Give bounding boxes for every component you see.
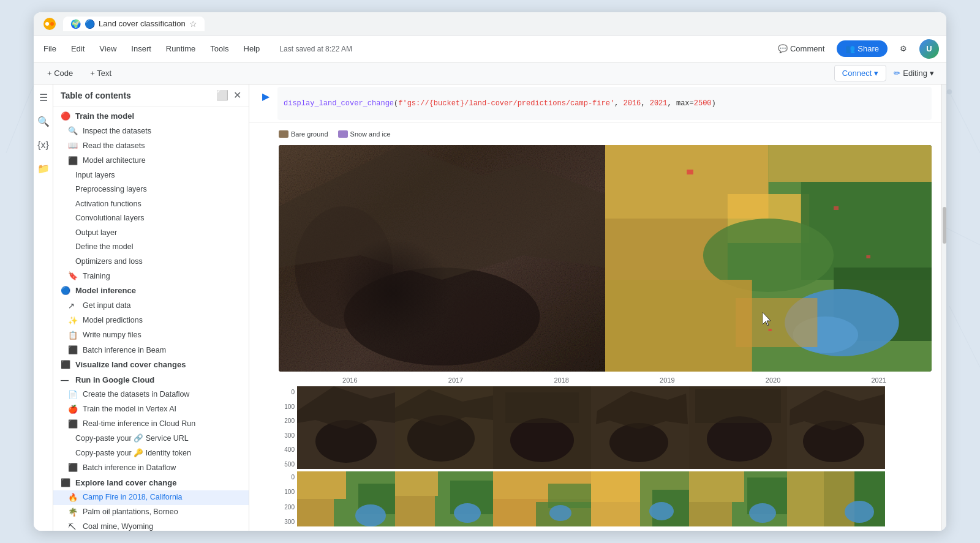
scrollbar-track[interactable] (941, 84, 946, 531)
share-icon: 👥 (845, 44, 855, 53)
toc-item-realtime[interactable]: ⬛ Real-time inference in Cloud Run (53, 417, 249, 432)
toc-item-input-layers[interactable]: Input layers (53, 168, 249, 183)
menu-runtime[interactable]: Runtime (164, 42, 198, 56)
last-saved-label: Last saved at 8:22 AM (277, 42, 355, 56)
editing-label: Editing (903, 69, 927, 78)
toc-item-explore[interactable]: ⬛ Explore land cover change (53, 476, 249, 490)
row-num2-300: 300 (279, 519, 297, 525)
search-icon[interactable]: 🔍 (35, 113, 52, 130)
thumb-color-2016 (297, 471, 395, 526)
toc-emoji-inference: 🔵 (61, 285, 72, 296)
svg-point-20 (295, 206, 393, 329)
toc-emoji-vertex: 🍎 (68, 404, 79, 415)
year-label-2016: 2016 (297, 376, 403, 384)
toc-item-identity-token[interactable]: Copy-paste your 🔑 Identity token (53, 446, 249, 461)
toc-item-numpy[interactable]: 📋 Write numpy files (53, 328, 249, 343)
satellite-right-classified (605, 145, 932, 372)
thumb-dark-2018 (493, 386, 591, 469)
toc-emoji-batch-beam: ⬛ (68, 345, 79, 356)
files-icon[interactable]: 📁 (35, 160, 52, 177)
svg-line-7 (949, 306, 980, 367)
toc-item-model-predictions[interactable]: ✨ Model predictions (53, 313, 249, 328)
toc-label-read: Read the datasets (83, 141, 145, 152)
toc-item-inspect[interactable]: 🔍 Inspect the datasets (53, 124, 249, 138)
toc-item-service-url[interactable]: Copy-paste your 🔗 Service URL (53, 432, 249, 446)
row-numbers-2: 0 100 200 300 (279, 471, 297, 528)
row-num-0: 0 (279, 389, 297, 395)
menu-view[interactable]: View (97, 42, 119, 56)
toc-item-camp-fire[interactable]: 🔥 Camp Fire in 2018, California (53, 490, 249, 505)
toc-emoji-explore: ⬛ (61, 477, 72, 489)
menu-tools[interactable]: Tools (208, 42, 231, 56)
tab-earth-icon: 🌍 (70, 19, 81, 29)
toc-item-palm-oil[interactable]: 🌴 Palm oil plantations, Borneo (53, 505, 249, 520)
toc-item-model-inference[interactable]: 🔵 Model inference (53, 283, 249, 298)
variables-icon[interactable]: {x} (35, 137, 51, 153)
row-num-100: 100 (279, 403, 297, 410)
toc-item-vertex[interactable]: 🍎 Train the model in Vertex AI (53, 402, 249, 417)
toc-emoji-train: 🔴 (61, 111, 72, 122)
svg-line-2 (949, 92, 980, 153)
toc-item-activation[interactable]: Activation functions (53, 197, 249, 212)
toc-item-train-model[interactable]: 🔴 Train the model (53, 109, 249, 124)
toc-label-train-model: Train the model (75, 111, 134, 122)
browser-tab[interactable]: 🌍 🔵 Land cover classification ☆ (63, 17, 205, 31)
comment-button[interactable]: 💬 Comment (773, 42, 829, 56)
toc-item-conv[interactable]: Convolutional layers (53, 211, 249, 226)
gear-icon: ⚙ (900, 44, 907, 53)
toc-item-model-arch[interactable]: ⬛ Model architecture (53, 154, 249, 168)
browser-bar: 🌍 🔵 Land cover classification ☆ (34, 12, 946, 36)
svg-rect-33 (736, 298, 817, 347)
toc-label-dataflow: Create the datasets in Dataflow (83, 389, 189, 400)
toc-label-identity-token: Copy-paste your 🔑 Identity token (75, 448, 191, 459)
scrollbar-thumb[interactable] (943, 207, 946, 244)
svg-point-65 (454, 503, 481, 523)
toc-item-dataflow[interactable]: 📄 Create the datasets in Dataflow (53, 388, 249, 402)
share-button[interactable]: 👥 Share (837, 40, 888, 57)
toc-emoji-read: 📖 (68, 140, 79, 151)
toc-item-batch-beam[interactable]: ⬛ Batch inference in Beam (53, 343, 249, 358)
thumb-grid-dark (297, 386, 885, 469)
add-text-button[interactable]: + Text (84, 66, 118, 80)
toc-item-preprocessing[interactable]: Preprocessing layers (53, 182, 249, 197)
toc-item-output-layer[interactable]: Output layer (53, 226, 249, 241)
thumb-dark-2016 (297, 386, 395, 469)
toc-item-define-model[interactable]: Define the model (53, 240, 249, 255)
sidebar-close-icon[interactable]: ✕ (233, 89, 241, 101)
legend: Bare ground Snow and ice (279, 128, 932, 143)
svg-point-51 (707, 416, 772, 462)
toc-item-get-input[interactable]: ↗ Get input data (53, 299, 249, 313)
row-numbers-1: 0 100 200 300 400 500 (279, 386, 297, 470)
settings-button[interactable]: ⚙ (895, 42, 912, 56)
svg-rect-57 (297, 471, 346, 499)
add-code-button[interactable]: + Code (41, 66, 79, 80)
menu-file[interactable]: File (41, 42, 59, 56)
row-num-400: 400 (279, 446, 297, 453)
toc-item-training[interactable]: 🔖 Training (53, 269, 249, 283)
toc-item-optimizers[interactable]: Optimizers and loss (53, 255, 249, 269)
editing-button[interactable]: ✏ Editing ▾ (894, 69, 934, 78)
cell-run-button[interactable]: ▶ (259, 89, 273, 103)
star-icon[interactable]: ☆ (189, 19, 197, 29)
menu-insert[interactable]: Insert (129, 42, 154, 56)
toc-item-batch-dataflow[interactable]: ⬛ Batch inference in Dataflow (53, 460, 249, 475)
menu-edit[interactable]: Edit (69, 42, 87, 56)
toc-item-coal[interactable]: ⛏ Coal mine, Wyoming (53, 520, 249, 531)
thumb-dark-2019 (591, 386, 689, 469)
toc-item-visualize[interactable]: ⬛ Visualize land cover changes (53, 358, 249, 372)
toc-label-vertex: Train the model in Vertex AI (83, 404, 176, 415)
toolbar: File Edit View Insert Runtime Tools Help… (34, 36, 946, 62)
sidebar-expand-icon[interactable]: ⬜ (216, 89, 228, 101)
toc-emoji-palm: 🌴 (68, 507, 79, 518)
connect-button[interactable]: Connect ▾ (834, 65, 886, 81)
user-avatar[interactable]: U (919, 39, 939, 59)
row-num2-0: 0 (279, 474, 297, 481)
toc-item-google-cloud[interactable]: — Run in Google Cloud (53, 373, 249, 388)
menu-bar: File Edit View Insert Runtime Tools Help… (41, 42, 355, 56)
toc-item-read[interactable]: 📖 Read the datasets (53, 138, 249, 153)
toolbar-right: 💬 Comment 👥 Share ⚙ U (773, 39, 939, 59)
toc-label-output-layer: Output layer (75, 228, 117, 239)
svg-rect-75 (591, 471, 640, 502)
toc-icon[interactable]: ☰ (37, 89, 50, 106)
menu-help[interactable]: Help (241, 42, 263, 56)
